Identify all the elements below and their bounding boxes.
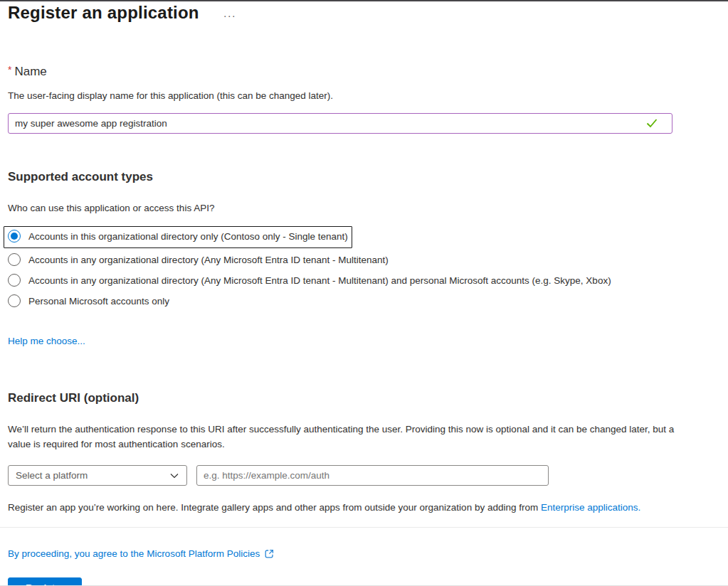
platform-policies-link[interactable]: By proceeding, you agree to the Microsof… — [8, 548, 260, 559]
application-name-input[interactable] — [8, 113, 672, 134]
page-header: Register an application ··· — [0, 1, 728, 23]
redirect-uri-input[interactable] — [196, 465, 549, 486]
radio-option-personal-only[interactable]: Personal Microsoft accounts only — [8, 294, 720, 309]
focused-option-outline: Accounts in this organizational director… — [4, 226, 352, 248]
redirect-uri-heading: Redirect URI (optional) — [8, 391, 720, 405]
policy-row: By proceeding, you agree to the Microsof… — [8, 548, 720, 559]
name-field-description: The user-facing display name for this ap… — [8, 90, 720, 101]
radio-option-label: Accounts in any organizational directory… — [21, 253, 389, 267]
external-link-icon[interactable] — [264, 548, 275, 559]
radio-selected-icon[interactable] — [8, 230, 21, 243]
note-text: Register an app you’re working on here. … — [8, 502, 541, 513]
account-types-question: Who can use this application or access t… — [8, 203, 720, 213]
radio-option-multitenant-personal[interactable]: Accounts in any organizational directory… — [8, 274, 720, 288]
supported-account-types-heading: Supported account types — [8, 170, 720, 184]
radio-unselected-icon[interactable] — [8, 274, 21, 287]
platform-select-dropdown[interactable]: Select a platform — [8, 465, 187, 486]
more-options-icon[interactable]: ··· — [223, 6, 236, 21]
redirect-uri-row: Select a platform — [8, 465, 720, 486]
radio-option-single-tenant[interactable]: Accounts in this organizational director… — [8, 230, 348, 244]
name-input-wrapper — [8, 113, 672, 134]
register-application-form: *Name The user-facing display name for t… — [0, 64, 728, 513]
name-label-text: Name — [14, 65, 46, 78]
required-asterisk: * — [8, 64, 11, 75]
account-type-radio-group: Accounts in this organizational director… — [8, 226, 720, 309]
register-button[interactable]: Register — [8, 577, 82, 586]
registration-note: Register an app you’re working on here. … — [8, 502, 720, 513]
radio-option-label: Accounts in this organizational director… — [21, 230, 348, 244]
radio-option-label: Personal Microsoft accounts only — [21, 294, 169, 309]
radio-unselected-icon[interactable] — [8, 294, 21, 307]
redirect-uri-description: We’ll return the authentication response… — [8, 422, 677, 452]
chevron-down-icon — [169, 471, 179, 481]
enterprise-applications-link[interactable]: Enterprise applications. — [541, 502, 640, 513]
footer-divider — [0, 527, 728, 528]
name-field-label: *Name — [8, 64, 720, 79]
radio-option-multitenant[interactable]: Accounts in any organizational directory… — [8, 253, 720, 267]
help-me-choose-link[interactable]: Help me choose... — [8, 336, 85, 346]
radio-option-label: Accounts in any organizational directory… — [21, 274, 611, 288]
radio-unselected-icon[interactable] — [8, 253, 21, 266]
platform-select-value: Select a platform — [16, 470, 88, 481]
page-title: Register an application — [8, 3, 199, 23]
